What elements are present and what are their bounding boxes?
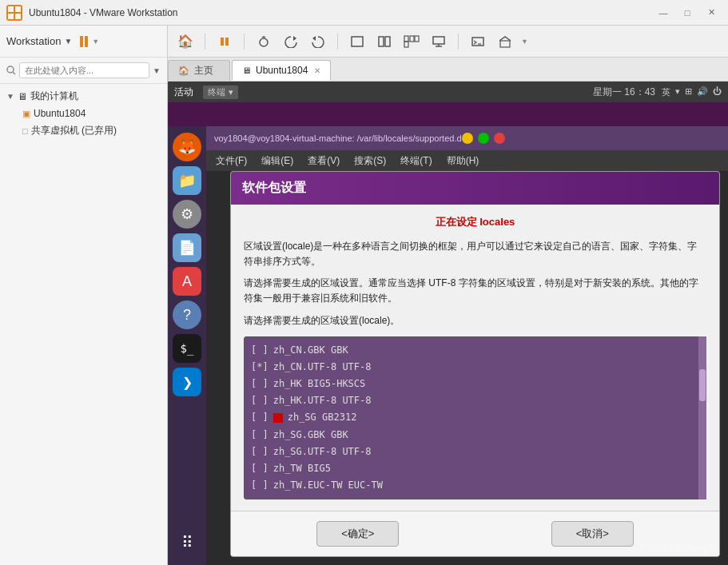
tab-ubuntu[interactable]: 🖥 Ubuntu1804 ✕	[232, 60, 331, 81]
svg-point-4	[7, 66, 14, 73]
pause-toolbar-btn[interactable]	[213, 30, 236, 53]
search-dropdown-icon[interactable]: ▼	[153, 66, 161, 75]
content-area: 🏠	[168, 26, 728, 565]
locale-item[interactable]: [ ] zh_TW.EUC-TW EUC-TW	[251, 477, 699, 494]
sidebar-files-icon[interactable]: 📁	[173, 166, 201, 195]
svg-rect-23	[500, 41, 510, 47]
locale-checkbox: [ ]	[251, 410, 269, 425]
pause-bar-left	[80, 36, 83, 47]
locale-label: zh_SG GB2312	[288, 410, 357, 425]
tab-bar: 🏠 主页 🖥 Ubuntu1804 ✕	[168, 58, 728, 82]
sidebar-item-my-computer[interactable]: ▼ 🖥 我的计算机	[0, 87, 167, 105]
home-tab-label: 主页	[194, 64, 213, 78]
svg-rect-3	[15, 14, 21, 19]
vm-close-button[interactable]	[494, 133, 505, 144]
expand-toolbar-btn[interactable]	[494, 30, 516, 53]
menu-search[interactable]: 搜索(S)	[351, 153, 389, 169]
locale-item[interactable]: [ ] zh_HK.UTF-8 UTF-8	[251, 392, 699, 409]
time-area: 星期一 16：43 英 ▾ ⊞ 🔊 ⏻	[593, 86, 722, 99]
sidebar-settings-icon[interactable]: ⚙	[173, 200, 201, 229]
minimize-button[interactable]: —	[653, 5, 674, 21]
toolbar-separator-3	[337, 34, 338, 50]
console-toolbar-btn[interactable]	[467, 30, 489, 53]
locale-checkbox: [ ]	[251, 393, 269, 408]
locale-scrollbar[interactable]	[698, 336, 706, 500]
terminal-area: voy1804@voy1804-virtual-machine: /var/li…	[206, 126, 728, 565]
vm-window-controls	[462, 133, 505, 144]
setup-body-p1: 区域设置(locale)是一种在多种语言之间切换的框架，用户可以通过它来设定自己…	[244, 239, 706, 269]
locale-checkbox: [*]	[251, 360, 269, 375]
locale-label: zh_CN.UTF-8 UTF-8	[273, 360, 372, 375]
system-icons: 英 ▾ ⊞ 🔊 ⏻	[662, 86, 722, 98]
locale-red-indicator	[273, 413, 283, 423]
unity-toolbar-btn[interactable]	[428, 30, 450, 53]
lang-dropdown-icon: ▾	[675, 86, 680, 98]
locale-item[interactable]: [ ] zh_SG.GBK GBK	[251, 427, 699, 444]
locale-item[interactable]: [ ] zh_SG GB2312	[251, 409, 699, 426]
locale-item[interactable]: [ ] zh_HK BIG5-HKSCS	[251, 376, 699, 392]
tile-toolbar-btn[interactable]	[400, 30, 423, 53]
sidebar-toolbar: Workstation ▼ ▼	[0, 26, 167, 58]
sidebar-software-icon[interactable]: A	[173, 267, 201, 296]
home-tab-icon: 🏠	[178, 66, 189, 76]
sidebar-item-ubuntu[interactable]: ▣ Ubuntu1804	[0, 105, 167, 121]
snapshot-toolbar-btn[interactable]	[253, 30, 275, 53]
svg-rect-1	[15, 6, 21, 12]
sidebar-vscode-icon[interactable]: ❯	[173, 368, 201, 396]
locale-checkbox: [ ]	[251, 343, 269, 358]
locale-scrollbar-thumb	[699, 369, 706, 401]
svg-marker-10	[312, 36, 316, 41]
maximize-button[interactable]: □	[677, 5, 698, 21]
locale-item[interactable]: [ ] zh_SG.UTF-8 UTF-8	[251, 444, 699, 460]
vm-minimize-button[interactable]	[462, 133, 473, 144]
sidebar-dots-icon[interactable]: ⠿	[173, 528, 201, 557]
locale-item[interactable]: [*] zh_CN.UTF-8 UTF-8	[251, 359, 699, 376]
pause-bar-right	[85, 36, 88, 47]
activities-label[interactable]: 活动	[174, 86, 193, 99]
pause-dropdown-icon[interactable]: ▼	[92, 38, 99, 46]
ubuntu-tab-close-icon[interactable]: ✕	[314, 66, 320, 75]
menu-view[interactable]: 查看(V)	[304, 153, 343, 169]
sidebar-text-icon[interactable]: 📄	[173, 233, 201, 262]
menu-terminal[interactable]: 终端(T)	[397, 153, 435, 169]
revert-toolbar-btn[interactable]	[280, 30, 302, 53]
workstation-dropdown-icon[interactable]: ▼	[64, 37, 72, 46]
locale-label: zh_TW BIG5	[273, 461, 331, 476]
vm-maximize-button[interactable]	[478, 133, 489, 144]
home-toolbar-btn[interactable]: 🏠	[174, 30, 197, 53]
my-computer-label: 我的计算机	[30, 90, 78, 103]
expand-dropdown-icon[interactable]: ▼	[521, 38, 528, 46]
menu-help[interactable]: 帮助(H)	[444, 153, 483, 169]
ok-button[interactable]: <确定>	[316, 521, 399, 547]
datetime-label: 星期一 16：43	[593, 86, 655, 99]
ubuntu-tab-icon: 🖥	[242, 66, 251, 75]
pause-button[interactable]	[80, 36, 88, 47]
tab-home[interactable]: 🏠 主页	[168, 60, 230, 81]
svg-line-5	[13, 72, 15, 74]
terminal-badge[interactable]: 终端 ▾	[203, 86, 238, 99]
menu-edit[interactable]: 编辑(E)	[258, 153, 296, 169]
cancel-button[interactable]: <取消>	[551, 521, 634, 547]
window-title: Ubuntu1804 - VMware Workstation	[29, 7, 653, 18]
fullscreen-toolbar-btn[interactable]	[346, 30, 368, 53]
close-button[interactable]: ✕	[701, 5, 722, 21]
window-controls: — □ ✕	[653, 5, 722, 21]
setup-header: 软件包设置	[231, 172, 719, 205]
ubuntu-menubar: 文件(F) 编辑(E) 查看(V) 搜索(S) 终端(T) 帮助(H)	[206, 150, 728, 171]
sidebar-help-icon[interactable]: ?	[173, 300, 201, 329]
menu-file[interactable]: 文件(F)	[213, 153, 250, 169]
toolbar-separator-2	[244, 34, 245, 50]
send-toolbar-btn[interactable]	[307, 30, 329, 53]
sidebar-terminal-icon[interactable]: $_	[173, 334, 201, 363]
sidebar-item-shared[interactable]: □ 共享虚拟机 (已弃用)	[0, 121, 167, 140]
main-toolbar: 🏠	[168, 26, 728, 58]
sidebar-tree: ▼ 🖥 我的计算机 ▣ Ubuntu1804 □ 共享虚拟机 (已弃用)	[0, 84, 167, 565]
sidebar-firefox-icon[interactable]: 🦊	[173, 133, 201, 161]
toolbar-separator-1	[205, 34, 205, 50]
split-toolbar-btn[interactable]	[373, 30, 396, 53]
locale-list[interactable]: [ ] zh_CN.GBK GBK[*] zh_CN.UTF-8 UTF-8[ …	[244, 336, 706, 500]
locale-item[interactable]: [ ] zh_CN.GBK GBK	[251, 342, 699, 359]
search-input[interactable]	[19, 62, 149, 78]
toolbar-separator-4	[458, 34, 459, 50]
locale-item[interactable]: [ ] zh_TW BIG5	[251, 460, 699, 477]
